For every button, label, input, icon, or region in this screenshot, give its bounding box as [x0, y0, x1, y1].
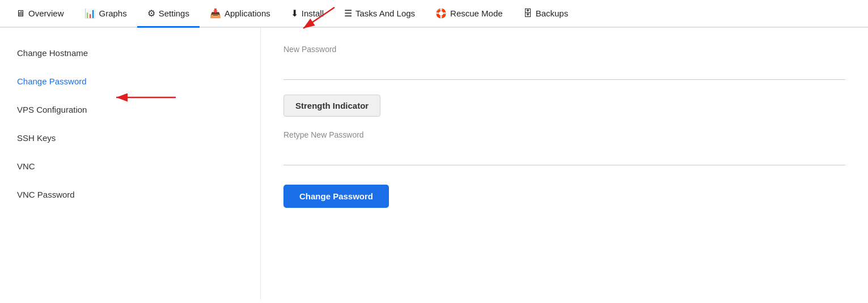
graphs-icon: 📊 [84, 8, 96, 19]
page-layout: Change HostnameChange PasswordVPS Config… [0, 28, 868, 300]
nav-item-applications[interactable]: 📥Applications [200, 0, 281, 27]
nav-label-install: Install [302, 8, 324, 18]
nav-item-graphs[interactable]: 📊Graphs [74, 0, 137, 27]
backups-icon: 🗄 [523, 8, 532, 19]
nav-label-backups: Backups [536, 8, 569, 18]
new-password-field-group: New Password [283, 45, 845, 89]
rescue-mode-icon: 🛟 [435, 8, 447, 19]
nav-item-overview[interactable]: 🖥Overview [6, 1, 74, 27]
applications-icon: 📥 [210, 8, 221, 19]
sidebar-item-change-password[interactable]: Change Password [17, 67, 243, 96]
change-password-button[interactable]: Change Password [283, 185, 389, 208]
nav-label-overview: Overview [28, 8, 64, 18]
sidebar-item-change-hostname[interactable]: Change Hostname [17, 39, 243, 67]
top-nav: 🖥Overview📊Graphs⚙Settings📥Applications⬇I… [0, 0, 868, 28]
nav-item-settings[interactable]: ⚙Settings [137, 0, 200, 27]
overview-icon: 🖥 [16, 8, 25, 19]
strength-indicator-label: Strength Indicator [283, 95, 380, 117]
sidebar: Change HostnameChange PasswordVPS Config… [0, 28, 261, 300]
nav-label-applications: Applications [225, 8, 270, 18]
settings-icon: ⚙ [147, 8, 155, 19]
sidebar-item-vps-configuration[interactable]: VPS Configuration [17, 96, 243, 124]
sidebar-item-ssh-keys[interactable]: SSH Keys [17, 124, 243, 152]
sidebar-item-vnc[interactable]: VNC [17, 152, 243, 181]
sidebar-item-vnc-password[interactable]: VNC Password [17, 181, 243, 209]
retype-password-field-group: Retype New Password [283, 130, 845, 174]
nav-label-rescue-mode: Rescue Mode [450, 8, 503, 18]
nav-label-graphs: Graphs [99, 8, 127, 18]
nav-label-tasks-and-logs: Tasks And Logs [355, 8, 415, 18]
install-icon: ⬇ [291, 8, 298, 19]
nav-item-rescue-mode[interactable]: 🛟Rescue Mode [425, 0, 513, 27]
new-password-label: New Password [283, 45, 845, 54]
nav-item-backups[interactable]: 🗄Backups [513, 1, 579, 27]
retype-password-input[interactable] [283, 144, 845, 165]
strength-indicator: Strength Indicator [283, 95, 845, 130]
new-password-input[interactable] [283, 58, 845, 80]
main-content: New Password Strength Indicator Retype N… [261, 28, 868, 300]
nav-label-settings: Settings [159, 8, 189, 18]
nav-item-tasks-and-logs[interactable]: ☰Tasks And Logs [334, 0, 425, 27]
nav-item-install[interactable]: ⬇Install [281, 0, 334, 27]
tasks-and-logs-icon: ☰ [344, 8, 352, 19]
retype-password-label: Retype New Password [283, 130, 845, 139]
